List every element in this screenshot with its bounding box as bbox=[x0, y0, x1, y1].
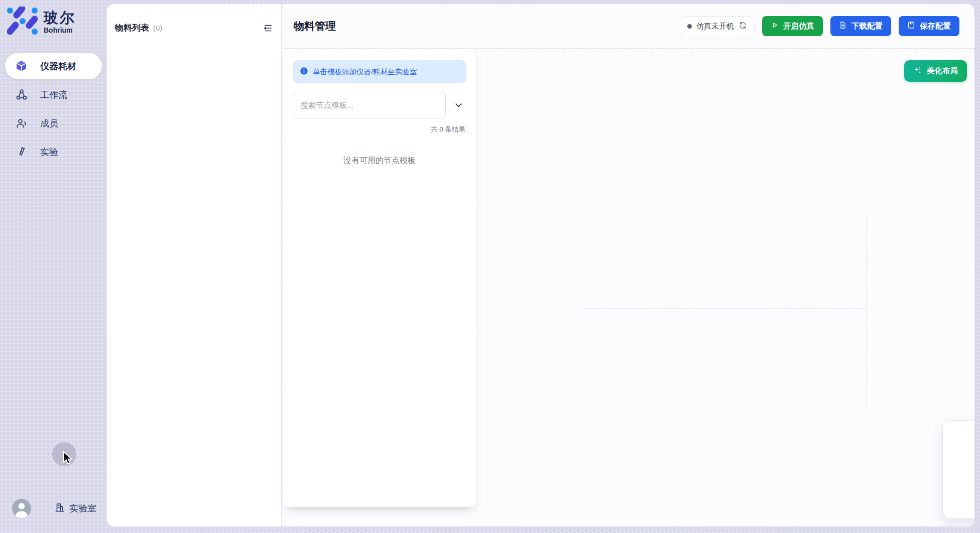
save-config-button[interactable]: 保存配置 bbox=[899, 16, 959, 36]
save-icon bbox=[907, 21, 915, 31]
canvas-guide-line-horizontal bbox=[584, 308, 866, 309]
canvas-guide-line-vertical bbox=[866, 216, 867, 410]
main-card: 物料列表 (0) 物料管理 仿真未开机 bbox=[107, 4, 974, 526]
building-icon bbox=[54, 502, 65, 515]
header-actions: 仿真未开机 开启仿真 bbox=[680, 16, 959, 36]
lab-entry[interactable]: 实验室 bbox=[54, 502, 96, 515]
sidebar-nav: 仪器耗材 工作流 bbox=[5, 53, 102, 165]
info-banner-text: 单击模板添加仪器/耗材至实验室 bbox=[313, 67, 417, 77]
user-avatar[interactable] bbox=[12, 499, 31, 518]
node-template-panel: 单击模板添加仪器/耗材至实验室 共 0 条结果 没有可用的节点模板 bbox=[283, 49, 477, 507]
start-simulation-label: 开启仿真 bbox=[783, 21, 814, 32]
cube-icon bbox=[15, 60, 28, 72]
sidebar-footer: 实验室 bbox=[12, 499, 96, 518]
sidebar-item-members[interactable]: 成员 bbox=[5, 110, 102, 137]
page-title: 物料管理 bbox=[294, 19, 336, 33]
material-list-count: (0) bbox=[153, 24, 162, 32]
save-config-label: 保存配置 bbox=[920, 21, 951, 32]
sparkles-icon bbox=[913, 66, 922, 77]
sidebar: 玻尔 Bohrium 仪器耗材 bbox=[0, 0, 107, 533]
search-row bbox=[293, 92, 466, 118]
flow-canvas[interactable]: 单击模板添加仪器/耗材至实验室 共 0 条结果 没有可用的节点模板 bbox=[282, 49, 974, 526]
workflow-icon bbox=[15, 88, 28, 101]
simulation-status-label: 仿真未开机 bbox=[696, 22, 734, 31]
bohrium-logo-icon bbox=[7, 7, 38, 38]
sidebar-item-label: 成员 bbox=[40, 117, 58, 129]
download-config-button[interactable]: 下载配置 bbox=[830, 16, 891, 36]
sidebar-item-label: 实验 bbox=[40, 146, 58, 158]
beautify-layout-button[interactable]: 美化布局 bbox=[904, 60, 967, 82]
download-config-label: 下载配置 bbox=[851, 21, 883, 32]
lab-entry-label: 实验室 bbox=[69, 502, 96, 514]
mouse-cursor bbox=[52, 442, 76, 466]
minimap[interactable] bbox=[942, 420, 974, 519]
simulation-status-pill[interactable]: 仿真未开机 bbox=[680, 16, 755, 36]
sidebar-item-label: 仪器耗材 bbox=[40, 60, 76, 72]
app-root: 玻尔 Bohrium 仪器耗材 bbox=[0, 0, 980, 533]
info-banner: 单击模板添加仪器/耗材至实验室 bbox=[293, 60, 466, 83]
cursor-arrow-icon bbox=[62, 451, 74, 465]
brand-name: 玻尔 Bohrium bbox=[44, 10, 76, 34]
search-input[interactable] bbox=[293, 92, 446, 118]
brand-title: 玻尔 bbox=[44, 10, 76, 25]
play-icon bbox=[771, 21, 779, 31]
result-count: 共 0 条结果 bbox=[293, 125, 466, 134]
start-simulation-button[interactable]: 开启仿真 bbox=[762, 16, 823, 36]
empty-template-message: 没有可用的节点模板 bbox=[293, 156, 466, 166]
beautify-layout-label: 美化布局 bbox=[927, 66, 958, 76]
page-header: 物料管理 仿真未开机 bbox=[282, 4, 974, 49]
test-tube-icon bbox=[15, 146, 28, 158]
sidebar-item-instruments[interactable]: 仪器耗材 bbox=[5, 53, 102, 79]
brand-subtitle: Bohrium bbox=[44, 26, 76, 34]
sidebar-item-workflow[interactable]: 工作流 bbox=[5, 81, 102, 108]
sidebar-item-experiment[interactable]: 实验 bbox=[5, 139, 102, 165]
collapse-panel-icon[interactable] bbox=[263, 23, 274, 34]
status-dot-icon bbox=[687, 24, 692, 29]
brand-logo: 玻尔 Bohrium bbox=[7, 7, 76, 38]
material-list-panel: 物料列表 (0) bbox=[107, 4, 281, 526]
members-icon bbox=[15, 117, 28, 129]
material-list-header: 物料列表 (0) bbox=[107, 4, 281, 34]
material-list-title: 物料列表 bbox=[115, 22, 149, 34]
sidebar-item-label: 工作流 bbox=[40, 89, 67, 101]
info-icon bbox=[300, 67, 308, 77]
file-download-icon bbox=[839, 21, 847, 31]
chevron-down-icon[interactable] bbox=[454, 100, 463, 110]
refresh-icon[interactable] bbox=[739, 21, 747, 32]
